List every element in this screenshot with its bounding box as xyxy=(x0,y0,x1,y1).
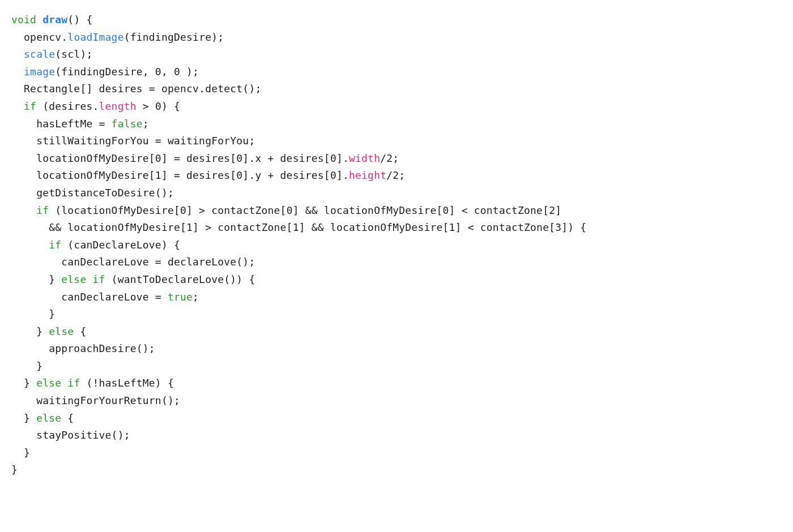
code-token: locationOfMyDesire[0] = desires[0].x + d… xyxy=(11,152,349,164)
code-token: draw xyxy=(42,14,67,25)
code-token: () { xyxy=(67,14,92,25)
code-token: ; xyxy=(143,118,149,130)
code-token: Rectangle[] desires = opencv.detect(); xyxy=(11,83,261,95)
code-token: } xyxy=(11,447,30,458)
code-token: void xyxy=(11,14,36,25)
code-token: height xyxy=(349,169,386,181)
code-token: } xyxy=(11,325,49,337)
code-token: else if xyxy=(61,273,105,285)
code-token: getDistanceToDesire(); xyxy=(11,187,174,199)
code-token: if xyxy=(36,204,49,216)
code-token: (locationOfMyDesire[0] > contactZone[0] … xyxy=(49,204,561,216)
code-token: (scl); xyxy=(55,48,92,60)
code-token: true xyxy=(168,291,193,303)
code-token: else if xyxy=(36,377,80,389)
code-token xyxy=(11,100,24,112)
code-block: void draw() { opencv.loadImage(findingDe… xyxy=(11,11,782,479)
code-token: waitingForYourReturn(); xyxy=(11,394,180,406)
code-token: opencv. xyxy=(11,31,67,43)
code-token: (!hasLeftMe) { xyxy=(80,377,174,389)
code-token: /2; xyxy=(380,152,399,164)
code-token: if xyxy=(24,100,36,112)
code-token: { xyxy=(74,325,86,337)
code-token: (desires. xyxy=(36,100,99,112)
code-token xyxy=(11,48,24,60)
code-token: && locationOfMyDesire[1] > contactZone[1… xyxy=(11,221,586,233)
code-token: } xyxy=(11,273,61,285)
code-token: image xyxy=(24,66,55,78)
code-token: ; xyxy=(193,291,199,303)
code-token: (findingDesire); xyxy=(124,31,224,43)
code-token: hasLeftMe = xyxy=(11,118,112,130)
code-token xyxy=(11,66,24,78)
code-token: length xyxy=(99,100,137,112)
code-token: if xyxy=(49,239,61,251)
code-token: } xyxy=(11,464,18,475)
code-token: scale xyxy=(24,48,55,60)
code-token: (canDeclareLove) { xyxy=(61,239,180,251)
code-token: /2; xyxy=(386,169,405,181)
code-token: else xyxy=(36,412,61,424)
code-token: locationOfMyDesire[1] = desires[0].y + d… xyxy=(11,169,349,181)
code-content: void draw() { opencv.loadImage(findingDe… xyxy=(11,14,586,475)
code-token xyxy=(11,204,36,216)
code-token: canDeclareLove = xyxy=(11,291,168,303)
code-token xyxy=(11,239,49,251)
code-token: } xyxy=(11,360,42,372)
code-token: loadImage xyxy=(67,31,123,43)
code-token: (wantToDeclareLove()) { xyxy=(105,273,255,285)
code-token: canDeclareLove = declareLove(); xyxy=(11,256,255,268)
code-token: stayPositive(); xyxy=(11,429,130,441)
code-token: > 0) { xyxy=(137,100,180,112)
code-token xyxy=(36,14,42,25)
code-token: (findingDesire, 0, 0 ); xyxy=(55,66,199,78)
code-token: } xyxy=(11,308,55,320)
code-token: { xyxy=(61,412,74,424)
code-token: false xyxy=(112,118,143,130)
code-token: approachDesire(); xyxy=(11,342,155,354)
code-token: else xyxy=(49,325,74,337)
code-token: } xyxy=(11,412,36,424)
code-token: stillWaitingForYou = waitingForYou; xyxy=(11,135,255,147)
code-token: } xyxy=(11,377,36,389)
code-token: width xyxy=(349,152,380,164)
